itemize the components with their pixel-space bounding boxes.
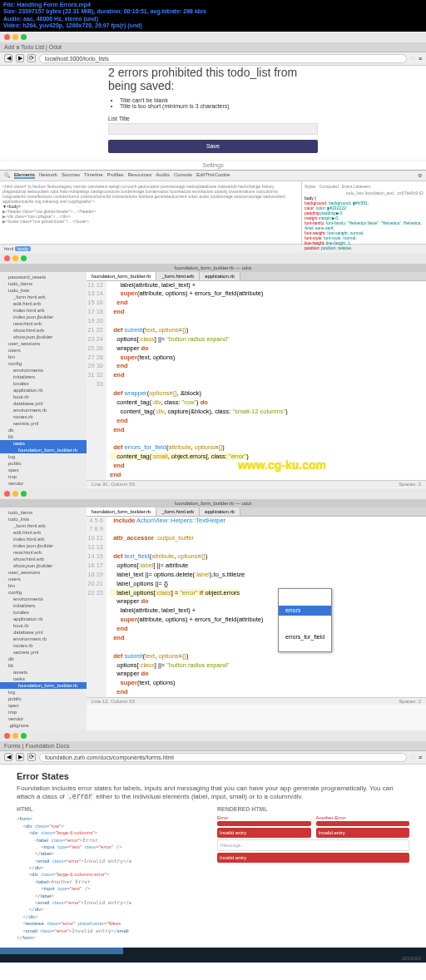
tree-item[interactable]: db bbox=[0, 656, 87, 662]
crumb-body[interactable]: body bbox=[15, 246, 31, 251]
tab-profiles[interactable]: Profiles bbox=[107, 172, 124, 179]
tree-item[interactable]: show.html.erb bbox=[0, 556, 87, 562]
tree-item[interactable]: user_sessions bbox=[0, 569, 87, 576]
error-input[interactable] bbox=[316, 821, 410, 826]
tree-item[interactable]: application.rb bbox=[0, 387, 87, 393]
tree-item[interactable]: lib bbox=[0, 662, 87, 669]
tree-item[interactable]: index.json.jbuilder bbox=[0, 314, 87, 320]
tree-item[interactable]: user_sessions bbox=[0, 340, 87, 347]
tree-item[interactable]: tmp bbox=[0, 473, 87, 480]
minimize-icon[interactable] bbox=[12, 255, 18, 261]
tree-item[interactable]: edit.html.erb bbox=[0, 300, 87, 307]
tree-item[interactable]: locales bbox=[0, 380, 87, 387]
tree-item[interactable]: todo_lists bbox=[0, 516, 87, 522]
tree-item[interactable]: application.rb bbox=[0, 616, 87, 622]
tree-item[interactable]: bin bbox=[0, 354, 87, 360]
tree-item[interactable]: config bbox=[0, 589, 87, 596]
star-icon[interactable]: ☆ bbox=[410, 55, 415, 62]
tree-item[interactable]: _form.html.erb bbox=[0, 522, 87, 529]
menu-icon[interactable]: ≡ bbox=[419, 755, 422, 760]
footer-tag[interactable]: ▶<footer class="row global-footer">…</fo… bbox=[2, 219, 299, 224]
tree-item[interactable]: routes.rb bbox=[0, 413, 87, 420]
save-button[interactable]: Save bbox=[108, 140, 318, 153]
tree-item[interactable]: environments bbox=[0, 367, 87, 374]
gear-icon[interactable]: ⚙ bbox=[418, 172, 422, 179]
tab-cookie[interactable]: EditThisCookie bbox=[196, 172, 230, 179]
tab-file[interactable]: foundation_form_builder.rb bbox=[87, 272, 156, 280]
code-body[interactable]: include ActionView::Helpers::TextHelper … bbox=[106, 517, 426, 698]
code-body[interactable]: label(attribute, label_text) + super(att… bbox=[106, 281, 426, 480]
autocomplete-item[interactable]: errors bbox=[279, 606, 331, 616]
tree-item[interactable]: users bbox=[0, 576, 87, 582]
back-button[interactable]: ◀ bbox=[4, 54, 12, 62]
minimize-icon[interactable] bbox=[12, 733, 18, 739]
tab-file[interactable]: application.rb bbox=[200, 272, 240, 280]
file-tree[interactable]: password_resets todo_items todo_lists _f… bbox=[0, 272, 87, 488]
tree-item[interactable]: secrets.yml bbox=[0, 420, 87, 427]
tree-item[interactable]: boot.rb bbox=[0, 393, 87, 400]
message-textarea[interactable]: Message... bbox=[217, 839, 409, 851]
tree-item[interactable]: log bbox=[0, 453, 87, 460]
tree-item[interactable]: show.json.jbuilder bbox=[0, 562, 87, 569]
crumb-html[interactable]: html bbox=[4, 246, 13, 251]
tree-item[interactable]: bin bbox=[0, 582, 87, 589]
minimize-icon[interactable] bbox=[12, 491, 18, 497]
settings-link[interactable]: Settings bbox=[0, 160, 426, 170]
tab-file[interactable]: _form.html.erb bbox=[156, 507, 200, 516]
video-progress[interactable] bbox=[0, 948, 426, 954]
maximize-icon[interactable] bbox=[21, 255, 27, 261]
tree-item[interactable]: spec bbox=[0, 467, 87, 473]
menu-icon[interactable]: ≡ bbox=[419, 56, 422, 62]
autocomplete-popup[interactable]: errors errors_for_field bbox=[278, 588, 332, 652]
tab-elements[interactable]: Elements bbox=[14, 172, 35, 179]
tree-item[interactable]: tasks bbox=[0, 676, 87, 682]
tree-item[interactable]: config bbox=[0, 360, 87, 367]
tree-item[interactable]: vendor bbox=[0, 715, 87, 722]
forward-button[interactable]: ▶ bbox=[16, 54, 24, 62]
tree-item[interactable]: show.html.erb bbox=[0, 327, 87, 334]
close-icon[interactable] bbox=[4, 491, 10, 497]
tab-console[interactable]: Console bbox=[174, 172, 192, 179]
tree-item[interactable]: index.json.jbuilder bbox=[0, 542, 87, 549]
tree-item[interactable]: _form.html.erb bbox=[0, 294, 87, 300]
tab-file[interactable]: _form.html.erb bbox=[156, 272, 200, 280]
minimize-icon[interactable] bbox=[12, 34, 18, 40]
tree-item[interactable]: assets bbox=[0, 669, 87, 676]
css-prop[interactable]: position: position: relative; bbox=[305, 245, 424, 250]
tree-item[interactable]: password_resets bbox=[0, 274, 87, 280]
tree-item[interactable]: todo_items bbox=[0, 509, 87, 516]
code-area[interactable]: 11 12 13 14 15 16 17 18 19 20 21 22 23 2… bbox=[87, 281, 426, 480]
reload-button[interactable]: ⟳ bbox=[27, 54, 36, 62]
tree-item[interactable]: db bbox=[0, 427, 87, 433]
tab-file[interactable]: application.rb bbox=[200, 507, 240, 516]
elements-tree[interactable]: <html class=" js flexbox flexboxlegacy c… bbox=[0, 181, 301, 244]
tree-item[interactable]: vendor bbox=[0, 480, 87, 487]
tree-item[interactable]: users bbox=[0, 347, 87, 354]
tree-item[interactable]: lib bbox=[0, 433, 87, 440]
close-icon[interactable] bbox=[4, 34, 10, 40]
tab-sources[interactable]: Sources bbox=[62, 172, 80, 179]
back-button[interactable]: ◀ bbox=[4, 753, 12, 761]
url-field[interactable]: localhost:3000/todo_lists bbox=[39, 54, 407, 63]
tab-listeners[interactable]: Event Listeners bbox=[342, 184, 370, 189]
tree-item[interactable]: routes.rb bbox=[0, 642, 87, 649]
browser-tab[interactable]: Forms | Foundation Docs bbox=[0, 741, 426, 751]
browser-tab[interactable]: Add a Todo List | Odot bbox=[0, 42, 426, 52]
tree-item[interactable]: tasks bbox=[0, 440, 87, 447]
tree-item[interactable]: database.yml bbox=[0, 400, 87, 407]
tree-item[interactable]: initializers bbox=[0, 374, 87, 380]
close-icon[interactable] bbox=[4, 733, 10, 739]
tree-item-selected[interactable]: foundation_form_builder.rb bbox=[0, 447, 87, 453]
tree-item[interactable]: index.html.erb bbox=[0, 536, 87, 542]
title-input[interactable] bbox=[108, 123, 318, 135]
tree-item[interactable]: todo_lists bbox=[0, 287, 87, 294]
tab-file[interactable]: foundation_form_builder.rb bbox=[87, 507, 156, 516]
tab-styles[interactable]: Styles bbox=[305, 184, 316, 189]
error-input[interactable] bbox=[217, 821, 311, 826]
tab-resources[interactable]: Resources bbox=[128, 172, 152, 179]
tree-item[interactable]: tmp bbox=[0, 709, 87, 715]
tab-timeline[interactable]: Timeline bbox=[84, 172, 102, 179]
css-prop[interactable]: font-family: font-family: "Helvetica Neu… bbox=[305, 220, 424, 230]
close-icon[interactable] bbox=[4, 255, 10, 261]
tree-item[interactable]: .gitignore bbox=[0, 722, 87, 729]
